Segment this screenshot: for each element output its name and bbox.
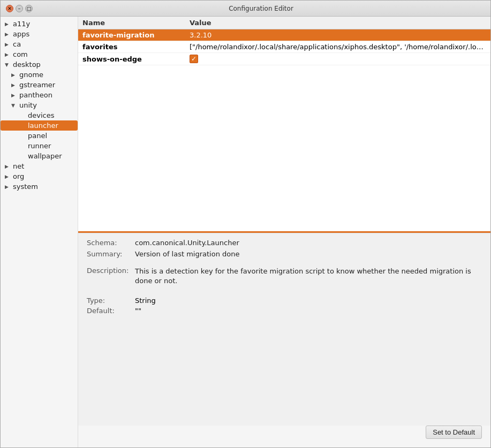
schema-value: com.canonical.Unity.Launcher <box>135 239 239 247</box>
main-content: ▶ a11y ▶ apps ▶ ca ▶ com ▼ desktop <box>1 17 490 447</box>
type-value: String <box>135 297 156 305</box>
detail-panel: Schema: com.canonical.Unity.Launcher Sum… <box>78 233 490 426</box>
arrow-system: ▶ <box>5 184 11 189</box>
arrow-org: ▶ <box>5 174 11 179</box>
sidebar-item-system[interactable]: ▶ system <box>1 181 78 192</box>
sidebar-item-unity[interactable]: ▼ unity <box>1 100 78 110</box>
detail-wrapper: Schema: com.canonical.Unity.Launcher Sum… <box>78 233 490 447</box>
sidebar-item-com[interactable]: ▶ com <box>1 49 78 59</box>
row-value-favorites: ["/home/rolandixor/.local/share/applicat… <box>190 43 486 51</box>
sidebar-label-unity: unity <box>19 101 37 109</box>
maximize-button[interactable]: □ <box>25 5 33 12</box>
arrow-pantheon: ▶ <box>11 93 18 98</box>
sidebar-item-wallpaper[interactable]: wallpaper <box>1 151 78 161</box>
sidebar-item-org[interactable]: ▶ org <box>1 171 78 181</box>
arrow-gnome: ▶ <box>11 72 18 78</box>
minimize-button[interactable]: – <box>16 5 23 12</box>
bottom-detail: Type: String Default: "" <box>87 297 482 315</box>
sidebar-label-apps: apps <box>13 30 29 38</box>
table-area: Name Value favorite-migration 3.2.10 fav… <box>78 17 490 233</box>
sidebar-label-pantheon: pantheon <box>19 91 52 99</box>
sidebar-label-devices: devices <box>28 111 54 119</box>
col-header-name: Name <box>82 19 190 27</box>
sidebar-label-launcher: launcher <box>28 122 58 130</box>
default-value: "" <box>135 307 141 315</box>
col-header-value: Value <box>190 19 486 27</box>
sidebar-label-ca: ca <box>13 40 21 48</box>
arrow-desktop: ▼ <box>5 62 11 67</box>
sidebar-label-gstreamer: gstreamer <box>19 81 55 89</box>
sidebar-item-pantheon[interactable]: ▶ pantheon <box>1 90 78 100</box>
sidebar-item-ca[interactable]: ▶ ca <box>1 39 78 49</box>
default-label: Default: <box>87 307 135 315</box>
table-row[interactable]: shows-on-edge <box>78 53 490 65</box>
summary-value: Version of last migration done <box>135 250 240 258</box>
set-default-button[interactable]: Set to Default <box>426 426 482 439</box>
sidebar-label-gnome: gnome <box>19 71 43 79</box>
description-label: Description: <box>87 267 135 286</box>
summary-row: Summary: Version of last migration done <box>87 250 482 258</box>
description-text: This is a detection key for the favorite… <box>135 267 482 286</box>
sidebar-label-a11y: a11y <box>13 20 30 28</box>
sidebar-item-desktop[interactable]: ▼ desktop <box>1 59 78 70</box>
sidebar-label-org: org <box>13 172 24 180</box>
sidebar-item-net[interactable]: ▶ net <box>1 161 78 171</box>
sidebar-item-gnome[interactable]: ▶ gnome <box>1 70 78 80</box>
default-row: Default: "" <box>87 307 482 315</box>
row-name-shows-on-edge: shows-on-edge <box>82 55 190 63</box>
table-row[interactable]: favorites ["/home/rolandixor/.local/shar… <box>78 41 490 53</box>
sidebar-label-net: net <box>13 162 24 170</box>
sidebar-item-runner[interactable]: runner <box>1 141 78 151</box>
sidebar-label-desktop: desktop <box>13 60 41 69</box>
sidebar-item-panel[interactable]: panel <box>1 131 78 141</box>
type-label: Type: <box>87 297 135 305</box>
schema-row: Schema: com.canonical.Unity.Launcher <box>87 239 482 247</box>
checkbox-checked-icon[interactable] <box>190 55 198 63</box>
sidebar-item-apps[interactable]: ▶ apps <box>1 29 78 39</box>
description-row: Description: This is a detection key for… <box>87 267 482 286</box>
arrow-gstreamer: ▶ <box>11 82 18 88</box>
sidebar-label-com: com <box>13 50 28 58</box>
row-value-favorite-migration: 3.2.10 <box>190 31 486 39</box>
row-name-favorite-migration: favorite-migration <box>82 31 190 39</box>
window-title: Configuration Editor <box>37 5 485 12</box>
sidebar-item-devices[interactable]: devices <box>1 110 78 120</box>
close-button[interactable]: ✕ <box>6 5 13 12</box>
table-row[interactable]: favorite-migration 3.2.10 <box>78 29 490 41</box>
summary-label: Summary: <box>87 250 135 258</box>
sidebar-label-system: system <box>13 183 38 191</box>
sidebar-label-runner: runner <box>28 142 51 150</box>
type-row: Type: String <box>87 297 482 305</box>
sidebar: ▶ a11y ▶ apps ▶ ca ▶ com ▼ desktop <box>1 17 78 447</box>
sidebar-item-gstreamer[interactable]: ▶ gstreamer <box>1 80 78 90</box>
row-value-shows-on-edge <box>190 55 486 63</box>
sidebar-label-wallpaper: wallpaper <box>28 152 62 160</box>
row-name-favorites: favorites <box>82 43 190 51</box>
arrow-ca: ▶ <box>5 42 11 47</box>
window-controls: ✕ – □ <box>6 5 33 12</box>
titlebar: ✕ – □ Configuration Editor <box>1 1 490 17</box>
arrow-a11y: ▶ <box>5 21 11 27</box>
arrow-apps: ▶ <box>5 32 11 37</box>
arrow-net: ▶ <box>5 164 11 169</box>
arrow-unity: ▼ <box>11 103 18 108</box>
table-header: Name Value <box>78 17 490 29</box>
right-panel: Name Value favorite-migration 3.2.10 fav… <box>78 17 490 447</box>
schema-label: Schema: <box>87 239 135 247</box>
sidebar-item-a11y[interactable]: ▶ a11y <box>1 19 78 29</box>
sidebar-item-launcher[interactable]: launcher <box>1 120 78 131</box>
window: ✕ – □ Configuration Editor ▶ a11y ▶ apps… <box>0 0 491 448</box>
arrow-com: ▶ <box>5 52 11 57</box>
sidebar-label-panel: panel <box>28 132 47 140</box>
